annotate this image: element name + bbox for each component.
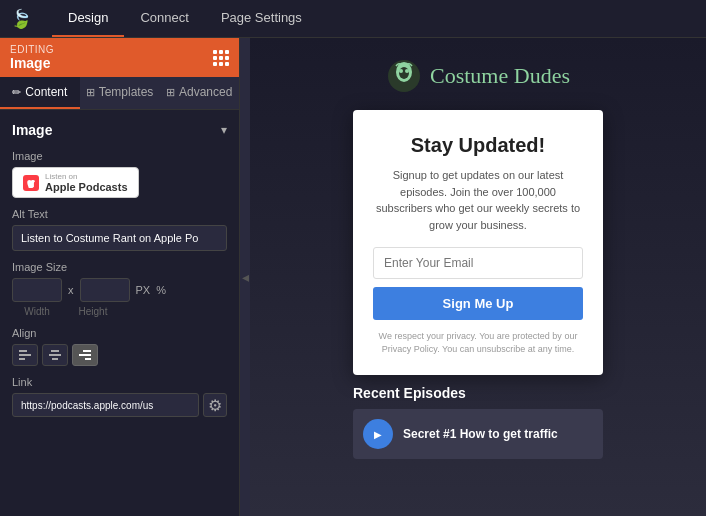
- sub-tab-templates[interactable]: ⊞ Templates: [80, 77, 160, 109]
- size-labels: Width Height: [12, 306, 227, 317]
- svg-rect-7: [79, 354, 91, 356]
- align-label: Align: [12, 327, 227, 339]
- play-button[interactable]: ▶: [363, 419, 393, 449]
- align-center-button[interactable]: [42, 344, 68, 366]
- alt-text-label: Alt Text: [12, 208, 227, 220]
- popup-description: Signup to get updates on our latest epis…: [373, 167, 583, 233]
- app-logo: 🍃: [10, 8, 32, 30]
- width-label: Width: [12, 306, 62, 317]
- section-header: Image ▾: [12, 122, 227, 138]
- link-label: Link: [12, 376, 227, 388]
- svg-rect-8: [85, 358, 91, 360]
- preview-logo: Costume Dudes: [386, 58, 570, 94]
- joker-icon: [386, 58, 422, 94]
- px-unit: PX: [136, 284, 151, 296]
- svg-rect-0: [19, 350, 27, 352]
- right-panel: Costume Dudes Stay Updated! Signup to ge…: [250, 38, 706, 516]
- sub-tab-content[interactable]: ✏ Content: [0, 77, 80, 109]
- apple-icon: [23, 175, 39, 191]
- main-layout: EDITING Image ✏ Content ⊞ Templates ⊞ Ad…: [0, 38, 706, 516]
- height-label: Height: [68, 306, 118, 317]
- email-input[interactable]: [373, 247, 583, 279]
- recent-episodes-section: Recent Episodes ▶ Secret #1 How to get t…: [353, 385, 603, 459]
- svg-point-12: [399, 69, 403, 73]
- panel-content: Image ▾ Image Listen on Apple Podcasts A…: [0, 110, 239, 516]
- alt-text-input[interactable]: [12, 225, 227, 251]
- editing-label: EDITING: [10, 44, 54, 55]
- width-input[interactable]: [12, 278, 62, 302]
- panel-header-info: EDITING Image: [10, 44, 54, 71]
- svg-rect-2: [19, 358, 25, 360]
- panel-divider[interactable]: ◂: [240, 38, 250, 516]
- percent-unit: %: [156, 284, 166, 296]
- align-left-button[interactable]: [12, 344, 38, 366]
- sign-me-up-button[interactable]: Sign Me Up: [373, 287, 583, 320]
- svg-rect-4: [49, 354, 61, 356]
- grid-icon: [213, 50, 229, 66]
- svg-rect-1: [19, 354, 31, 356]
- nav-tabs: Design Connect Page Settings: [52, 0, 318, 37]
- svg-point-11: [399, 67, 409, 79]
- popup-title: Stay Updated!: [373, 134, 583, 157]
- image-size-label: Image Size: [12, 261, 227, 273]
- chevron-down-icon[interactable]: ▾: [221, 123, 227, 137]
- email-popup: Stay Updated! Signup to get updates on o…: [353, 110, 603, 375]
- nav-tab-connect[interactable]: Connect: [124, 0, 204, 37]
- recent-episodes-title: Recent Episodes: [353, 385, 603, 401]
- link-row: ⚙: [12, 393, 227, 417]
- align-right-button[interactable]: [72, 344, 98, 366]
- align-row: [12, 344, 227, 366]
- top-nav: 🍃 Design Connect Page Settings: [0, 0, 706, 38]
- sub-tab-advanced[interactable]: ⊞ Advanced: [159, 77, 239, 109]
- size-separator: x: [68, 284, 74, 296]
- size-row: x PX %: [12, 278, 227, 302]
- nav-tab-page-settings[interactable]: Page Settings: [205, 0, 318, 37]
- link-input[interactable]: [12, 393, 199, 417]
- svg-rect-3: [51, 350, 59, 352]
- pencil-icon: ✏: [12, 86, 21, 99]
- image-badge-text: Listen on Apple Podcasts: [45, 172, 128, 193]
- preview-area: Costume Dudes Stay Updated! Signup to ge…: [250, 38, 706, 516]
- svg-point-13: [405, 69, 409, 73]
- templates-icon: ⊞: [86, 86, 95, 99]
- svg-rect-6: [83, 350, 91, 352]
- panel-header: EDITING Image: [0, 38, 239, 77]
- episode-card: ▶ Secret #1 How to get traffic: [353, 409, 603, 459]
- episode-info: Secret #1 How to get traffic: [403, 427, 593, 441]
- image-badge[interactable]: Listen on Apple Podcasts: [12, 167, 139, 198]
- gear-icon[interactable]: ⚙: [203, 393, 227, 417]
- nav-tab-design[interactable]: Design: [52, 0, 124, 37]
- left-panel: EDITING Image ✏ Content ⊞ Templates ⊞ Ad…: [0, 38, 240, 516]
- privacy-text: We respect your privacy. You are protect…: [373, 330, 583, 355]
- episode-title: Secret #1 How to get traffic: [403, 427, 593, 441]
- section-title: Image: [12, 122, 52, 138]
- height-input[interactable]: [80, 278, 130, 302]
- svg-rect-5: [52, 358, 58, 360]
- editing-title: Image: [10, 55, 54, 71]
- advanced-icon: ⊞: [166, 86, 175, 99]
- image-field-label: Image: [12, 150, 227, 162]
- sub-tabs: ✏ Content ⊞ Templates ⊞ Advanced: [0, 77, 239, 110]
- preview-site-name: Costume Dudes: [430, 63, 570, 89]
